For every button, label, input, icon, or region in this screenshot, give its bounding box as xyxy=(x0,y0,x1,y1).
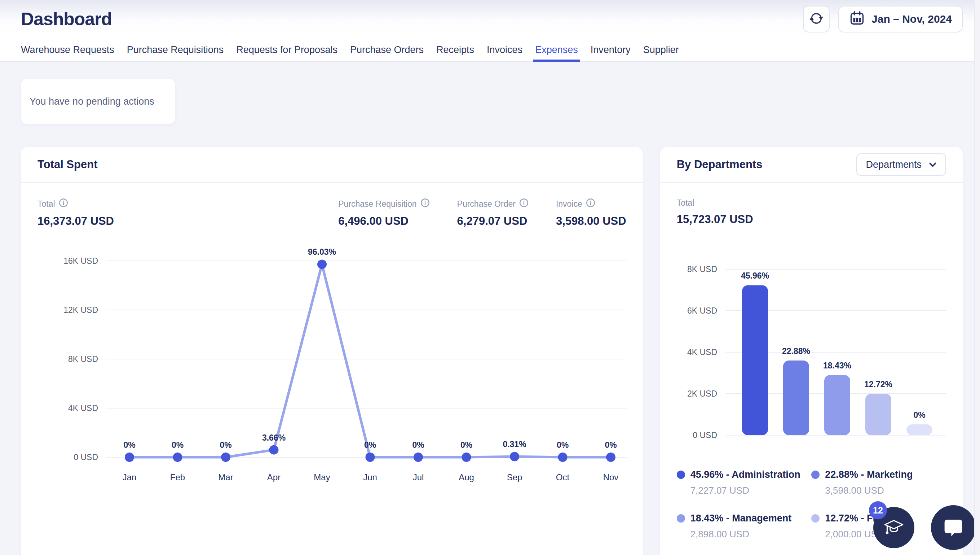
tab-warehouse-requests[interactable]: Warehouse Requests xyxy=(21,38,114,61)
svg-text:3.66%: 3.66% xyxy=(262,433,286,443)
tab-invoices[interactable]: Invoices xyxy=(487,38,523,61)
stat-total: Total 16,373.07 USD xyxy=(37,198,114,228)
chat-bubble-icon xyxy=(942,516,964,539)
svg-text:12.72%: 12.72% xyxy=(864,380,892,389)
tab-requests-for-proposals[interactable]: Requests for Proposals xyxy=(236,38,337,61)
by-departments-title: By Departments xyxy=(677,158,763,171)
svg-text:0%: 0% xyxy=(172,440,184,450)
content-area: You have no pending actions Total Spent … xyxy=(0,62,980,555)
total-spent-panel: Total Spent Total 16,373.07 USD P xyxy=(21,147,643,555)
svg-text:0 USD: 0 USD xyxy=(693,430,717,440)
svg-text:2K USD: 2K USD xyxy=(687,389,717,398)
svg-text:6K USD: 6K USD xyxy=(687,306,717,315)
svg-text:May: May xyxy=(314,472,330,482)
date-range-button[interactable]: Jan – Nov, 2024 xyxy=(838,6,963,32)
tab-supplier[interactable]: Supplier xyxy=(643,38,679,61)
svg-text:4K USD: 4K USD xyxy=(687,348,717,357)
svg-text:Jun: Jun xyxy=(363,472,377,482)
legend-item-administration: 45.96% - Administration 7,227.07 USD xyxy=(677,469,812,496)
page-title: Dashboard xyxy=(21,9,112,30)
legend-dot-marketing xyxy=(811,470,820,479)
by-departments-header: By Departments Departments xyxy=(660,147,963,183)
info-icon[interactable] xyxy=(59,198,68,210)
info-icon[interactable] xyxy=(420,198,430,210)
stat-pr-label: Purchase Requisition xyxy=(338,199,416,209)
legend-amount-marketing: 3,598.00 USD xyxy=(825,485,946,496)
floating-buttons: 12 xyxy=(873,505,976,550)
tab-bar: Warehouse Requests Purchase Requisitions… xyxy=(0,38,980,62)
svg-text:0%: 0% xyxy=(412,440,424,450)
tab-inventory[interactable]: Inventory xyxy=(591,38,631,61)
svg-text:Sep: Sep xyxy=(507,472,523,482)
by-departments-bar-chart: 0 USD2K USD4K USD6K USD8K USD45.96%22.88… xyxy=(677,237,946,453)
graduation-cap-icon xyxy=(882,515,906,540)
departments-total-label: Total xyxy=(677,198,694,208)
by-departments-body: Total 15,723.07 USD 0 USD2K USD4K USD6K … xyxy=(660,183,963,555)
stats-group-right: Purchase Requisition 6,496.00 USD Purcha… xyxy=(338,198,626,228)
svg-text:96.03%: 96.03% xyxy=(308,247,336,257)
stat-po-label: Purchase Order xyxy=(457,199,516,209)
departments-dropdown-label: Departments xyxy=(866,159,922,170)
svg-text:8K USD: 8K USD xyxy=(68,354,98,364)
by-departments-panel: By Departments Departments Total 15,723.… xyxy=(660,147,963,555)
svg-text:0 USD: 0 USD xyxy=(74,452,98,462)
svg-text:0%: 0% xyxy=(460,440,472,450)
departments-dropdown[interactable]: Departments xyxy=(856,153,946,176)
svg-text:0%: 0% xyxy=(123,440,135,450)
tab-receipts[interactable]: Receipts xyxy=(436,38,474,61)
info-icon[interactable] xyxy=(519,198,529,210)
legend-item-management: 18.43% - Management 2,898.00 USD xyxy=(677,513,812,540)
stat-pr-value: 6,496.00 USD xyxy=(338,215,429,228)
svg-text:45.96%: 45.96% xyxy=(741,271,769,281)
scrollbar[interactable] xyxy=(974,0,980,555)
legend-dot-administration xyxy=(677,470,685,479)
chevron-down-icon xyxy=(929,159,937,170)
svg-text:0%: 0% xyxy=(220,440,232,450)
total-spent-line-chart: 0 USD4K USD8K USD12K USD16K USD0%Jan0%Fe… xyxy=(37,239,627,495)
svg-text:Nov: Nov xyxy=(603,472,619,482)
svg-text:22.88%: 22.88% xyxy=(782,346,810,356)
svg-text:Oct: Oct xyxy=(556,472,570,482)
panels-row: Total Spent Total 16,373.07 USD P xyxy=(21,147,963,555)
stat-po-value: 6,279.07 USD xyxy=(457,215,529,228)
legend-label-management: 18.43% - Management xyxy=(691,513,792,524)
stat-invoice: Invoice 3,598.00 USD xyxy=(556,198,626,228)
departments-total: Total 15,723.07 USD xyxy=(677,198,946,226)
legend-label-administration: 45.96% - Administration xyxy=(691,469,801,480)
tab-expenses[interactable]: Expenses xyxy=(535,38,578,61)
refresh-icon xyxy=(808,10,824,28)
svg-text:Jan: Jan xyxy=(123,472,137,482)
stat-total-label: Total xyxy=(37,199,55,209)
legend-dot-management xyxy=(677,514,685,523)
departments-total-value: 15,723.07 USD xyxy=(677,213,946,226)
svg-text:Jul: Jul xyxy=(413,472,424,482)
svg-text:8K USD: 8K USD xyxy=(687,265,717,274)
info-icon[interactable] xyxy=(586,198,595,210)
svg-text:0%: 0% xyxy=(557,440,569,450)
stat-invoice-label: Invoice xyxy=(556,199,582,209)
date-range-label: Jan – Nov, 2024 xyxy=(871,13,952,25)
svg-text:0.31%: 0.31% xyxy=(503,440,526,449)
svg-text:4K USD: 4K USD xyxy=(68,403,98,413)
total-spent-title: Total Spent xyxy=(37,158,98,171)
page-header: Dashboard Jan xyxy=(0,0,980,38)
svg-text:0%: 0% xyxy=(913,410,925,420)
chat-button[interactable] xyxy=(931,505,976,550)
svg-text:Mar: Mar xyxy=(218,472,233,482)
svg-text:12K USD: 12K USD xyxy=(64,305,98,315)
learning-center-button[interactable]: 12 xyxy=(873,507,914,548)
total-spent-stats: Total 16,373.07 USD Purchase Requisition… xyxy=(37,198,626,228)
legend-item-marketing: 22.88% - Marketing 3,598.00 USD xyxy=(811,469,946,496)
svg-text:18.43%: 18.43% xyxy=(823,361,851,370)
header-actions: Jan – Nov, 2024 xyxy=(803,6,963,32)
stat-purchase-requisition: Purchase Requisition 6,496.00 USD xyxy=(338,198,429,228)
total-spent-header: Total Spent xyxy=(21,147,643,183)
refresh-button[interactable] xyxy=(803,6,830,32)
svg-text:16K USD: 16K USD xyxy=(64,256,98,266)
notification-badge: 12 xyxy=(869,501,887,519)
svg-text:Aug: Aug xyxy=(459,472,474,482)
tab-purchase-orders[interactable]: Purchase Orders xyxy=(350,38,424,61)
stat-total-value: 16,373.07 USD xyxy=(37,215,114,228)
tab-purchase-requisitions[interactable]: Purchase Requisitions xyxy=(127,38,224,61)
svg-text:0%: 0% xyxy=(364,440,376,450)
